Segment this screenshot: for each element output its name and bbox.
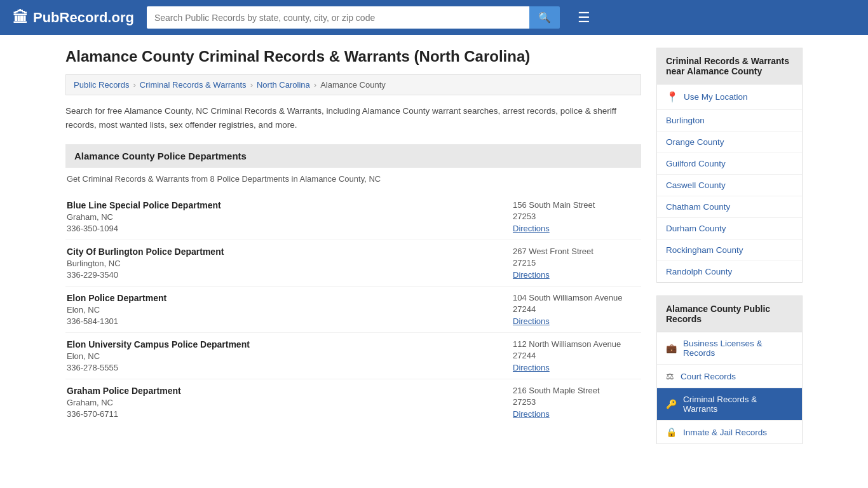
dept-info: Blue Line Special Police Department Grah…: [67, 200, 500, 233]
dept-address-block: 216 South Maple Street 27253 Directions: [513, 386, 640, 419]
dept-city: Elon, NC: [67, 305, 500, 315]
main-container: Alamance County Criminal Records & Warra…: [53, 35, 815, 457]
dept-city: Burlington, NC: [67, 259, 500, 268]
sidebar-nearby-section: Criminal Records & Warrants near Alamanc…: [656, 48, 803, 283]
table-row: Elon University Campus Police Department…: [65, 333, 641, 379]
sidebar-public-record-link[interactable]: 🔑 Criminal Records & Warrants: [657, 388, 802, 421]
menu-icon[interactable]: ☰: [578, 10, 590, 26]
dept-address-block: 112 North Williamson Avenue 27244 Direct…: [513, 339, 640, 372]
breadcrumb-sep-3: ›: [314, 80, 316, 90]
logo-icon: 🏛: [13, 9, 28, 27]
breadcrumb-current: Alamance County: [320, 80, 386, 90]
content-area: Alamance County Criminal Records & Warra…: [65, 48, 641, 444]
dept-directions[interactable]: Directions: [513, 362, 640, 372]
sidebar-public-records-section: Alamance County Public Records 💼 Busines…: [656, 295, 803, 444]
dept-info: City Of Burlington Police Department Bur…: [67, 247, 500, 280]
table-row: Graham Police Department Graham, NC 336-…: [65, 379, 641, 425]
sidebar-nearby-link[interactable]: Randolph County: [657, 261, 802, 282]
sidebar-nearby-link[interactable]: Caswell County: [657, 175, 802, 196]
scales-icon: ⚖: [666, 371, 674, 381]
search-input[interactable]: [147, 6, 529, 29]
page-title: Alamance County Criminal Records & Warra…: [65, 48, 641, 65]
dept-zip: 27253: [513, 397, 640, 407]
dept-street: 104 South Williamson Avenue: [513, 293, 640, 302]
location-icon: 📍: [666, 91, 679, 103]
directions-link[interactable]: Directions: [513, 270, 550, 280]
search-button[interactable]: 🔍: [529, 6, 560, 29]
breadcrumb-link-public-records[interactable]: Public Records: [74, 80, 129, 90]
dept-phone: 336-584-1301: [67, 316, 500, 326]
dept-street: 267 West Front Street: [513, 247, 640, 256]
key-icon: 🔑: [666, 399, 677, 409]
dept-city: Graham, NC: [67, 212, 500, 222]
dept-directions[interactable]: Directions: [513, 223, 640, 233]
directions-link[interactable]: Directions: [513, 316, 550, 326]
dept-street: 216 South Maple Street: [513, 386, 640, 395]
sidebar-nearby-link[interactable]: Orange County: [657, 132, 802, 153]
public-record-label: Inmate & Jail Records: [683, 428, 767, 437]
section-subtitle: Get Criminal Records & Warrants from 8 P…: [65, 174, 641, 184]
sidebar-nearby-link[interactable]: Burlington: [657, 110, 802, 132]
sidebar: Criminal Records & Warrants near Alamanc…: [656, 48, 803, 444]
briefcase-icon: 💼: [666, 343, 677, 353]
dept-info: Elon Police Department Elon, NC 336-584-…: [67, 293, 500, 326]
directions-link[interactable]: Directions: [513, 224, 550, 233]
directions-link[interactable]: Directions: [513, 363, 550, 372]
dept-street: 112 North Williamson Avenue: [513, 339, 640, 349]
dept-name: City Of Burlington Police Department: [67, 247, 500, 257]
breadcrumb-link-north-carolina[interactable]: North Carolina: [257, 80, 310, 90]
dept-name: Graham Police Department: [67, 386, 500, 396]
dept-street: 156 South Main Street: [513, 200, 640, 210]
dept-address-block: 156 South Main Street 27253 Directions: [513, 200, 640, 233]
sidebar-public-record-link[interactable]: 🔒 Inmate & Jail Records: [657, 421, 802, 444]
nearby-links: BurlingtonOrange CountyGuilford CountyCa…: [657, 110, 802, 282]
breadcrumb-link-criminal-records[interactable]: Criminal Records & Warrants: [140, 80, 247, 90]
table-row: Elon Police Department Elon, NC 336-584-…: [65, 287, 641, 333]
use-location-label: Use My Location: [684, 92, 748, 102]
dept-directions[interactable]: Directions: [513, 269, 640, 280]
public-record-label: Court Records: [681, 372, 736, 381]
logo-text: PubRecord.org: [33, 10, 134, 26]
dept-directions[interactable]: Directions: [513, 409, 640, 419]
dept-phone: 336-229-3540: [67, 270, 500, 280]
sidebar-nearby-link[interactable]: Guilford County: [657, 153, 802, 175]
sidebar-public-record-link[interactable]: ⚖ Court Records: [657, 365, 802, 388]
site-header: 🏛 PubRecord.org 🔍 ☰: [0, 0, 868, 35]
sidebar-public-record-link[interactable]: 💼 Business Licenses & Records: [657, 332, 802, 365]
dept-directions[interactable]: Directions: [513, 316, 640, 326]
dept-phone: 336-278-5555: [67, 363, 500, 372]
departments-list: Blue Line Special Police Department Grah…: [65, 194, 641, 425]
dept-city: Graham, NC: [67, 398, 500, 407]
dept-phone: 336-350-1094: [67, 224, 500, 233]
public-record-label: Criminal Records & Warrants: [683, 395, 793, 414]
dept-city: Elon, NC: [67, 351, 500, 361]
dept-zip: 27244: [513, 351, 640, 360]
public-record-links: 💼 Business Licenses & Records ⚖ Court Re…: [657, 332, 802, 444]
dept-info: Elon University Campus Police Department…: [67, 339, 500, 372]
breadcrumb-sep-2: ›: [250, 80, 253, 90]
public-records-title: Alamance County Public Records: [657, 296, 802, 332]
breadcrumb-sep-1: ›: [133, 80, 135, 90]
sidebar-nearby-link[interactable]: Durham County: [657, 218, 802, 240]
dept-info: Graham Police Department Graham, NC 336-…: [67, 386, 500, 419]
directions-link[interactable]: Directions: [513, 409, 550, 419]
section-header: Alamance County Police Departments: [65, 144, 641, 168]
use-location-button[interactable]: 📍 Use My Location: [657, 85, 802, 110]
dept-address-block: 104 South Williamson Avenue 27244 Direct…: [513, 293, 640, 326]
dept-address-block: 267 West Front Street 27215 Directions: [513, 247, 640, 280]
table-row: Blue Line Special Police Department Grah…: [65, 194, 641, 240]
breadcrumb: Public Records › Criminal Records & Warr…: [65, 74, 641, 95]
sidebar-nearby-link[interactable]: Rockingham County: [657, 240, 802, 261]
dept-phone: 336-570-6711: [67, 409, 500, 419]
public-record-label: Business Licenses & Records: [683, 339, 793, 358]
sidebar-nearby-link[interactable]: Chatham County: [657, 196, 802, 218]
dept-name: Elon Police Department: [67, 293, 500, 303]
dept-name: Blue Line Special Police Department: [67, 200, 500, 210]
dept-zip: 27244: [513, 304, 640, 314]
search-bar: 🔍: [147, 6, 560, 29]
table-row: City Of Burlington Police Department Bur…: [65, 240, 641, 287]
nearby-section-title: Criminal Records & Warrants near Alamanc…: [657, 48, 802, 85]
dept-zip: 27215: [513, 258, 640, 268]
page-description: Search for free Alamance County, NC Crim…: [65, 104, 641, 132]
logo[interactable]: 🏛 PubRecord.org: [13, 9, 134, 27]
